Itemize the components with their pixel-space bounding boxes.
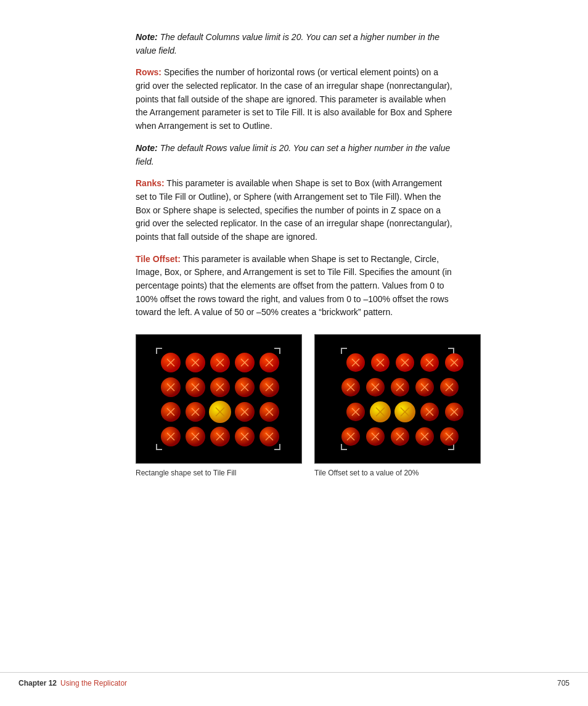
chapter-info: Chapter 12 Using the Replicator bbox=[18, 679, 127, 688]
svg-rect-7 bbox=[279, 444, 280, 450]
images-row: Rectangle shape set to Tile Fill bbox=[136, 334, 452, 477]
image1-box bbox=[136, 334, 302, 464]
tile-offset-block: Tile Offset: This parameter is available… bbox=[136, 253, 452, 319]
svg-rect-1 bbox=[156, 348, 157, 354]
image2-caption: Tile Offset set to a value of 20% bbox=[314, 469, 419, 477]
image1-svg bbox=[145, 339, 293, 459]
tile-offset-term: Tile Offset: bbox=[136, 254, 181, 264]
note2-block: Note: The default Rows value limit is 20… bbox=[136, 142, 452, 168]
svg-rect-5 bbox=[156, 444, 157, 450]
svg-rect-73 bbox=[341, 444, 342, 450]
image2-container: Tile Offset set to a value of 20% bbox=[314, 334, 481, 477]
rows-term: Rows: bbox=[136, 67, 161, 77]
image2-svg bbox=[324, 339, 472, 459]
rows-block: Rows: Specifies the number of horizontal… bbox=[136, 66, 452, 133]
image1-container: Rectangle shape set to Tile Fill bbox=[136, 334, 302, 477]
image1-caption: Rectangle shape set to Tile Fill bbox=[136, 469, 236, 477]
note1-text: Note: The default Columns value limit is… bbox=[136, 32, 439, 55]
note2-text: Note: The default Rows value limit is 20… bbox=[136, 143, 450, 166]
ranks-block: Ranks: This parameter is available when … bbox=[136, 177, 452, 244]
chapter-link: Using the Replicator bbox=[60, 679, 127, 688]
note1-block: Note: The default Columns value limit is… bbox=[136, 31, 452, 57]
image2-box bbox=[314, 334, 481, 464]
page-content: Note: The default Columns value limit is… bbox=[0, 0, 588, 533]
svg-rect-3 bbox=[279, 348, 280, 354]
rows-body: Specifies the number of horizontal rows … bbox=[136, 67, 452, 131]
ranks-body: This parameter is available when Shape i… bbox=[136, 178, 452, 242]
svg-rect-69 bbox=[341, 348, 342, 354]
page-number: 705 bbox=[557, 679, 570, 688]
tile-offset-body: This parameter is available when Shape i… bbox=[136, 254, 452, 318]
svg-rect-71 bbox=[453, 348, 454, 354]
page-footer: Chapter 12 Using the Replicator 705 bbox=[0, 672, 588, 688]
chapter-label: Chapter 12 bbox=[18, 679, 57, 688]
ranks-term: Ranks: bbox=[136, 178, 165, 188]
